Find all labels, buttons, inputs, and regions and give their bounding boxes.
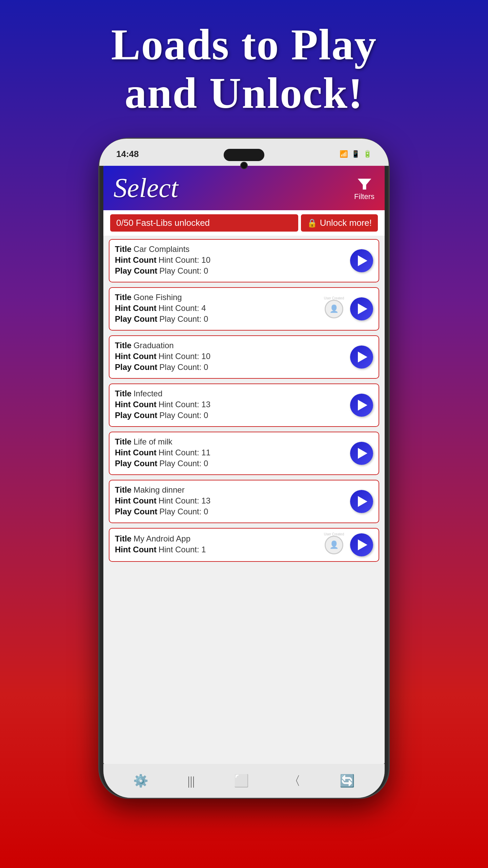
item-hint-row: Hint CountHint Count: 13 <box>115 400 347 409</box>
play-value: Play Count: 0 <box>159 362 208 372</box>
signal-icon: 📱 <box>351 150 360 158</box>
app-header: Select Filters <box>103 166 385 210</box>
filter-label: Filters <box>354 192 374 201</box>
phone-frame: 14:48 📶 📱 🔋 Select Filters 0/50 Fast-Lib… <box>98 138 390 799</box>
camera2-icon[interactable]: 🔄 <box>340 774 355 788</box>
list-item: TitleCar ComplaintsHint CountHint Count:… <box>109 239 379 282</box>
hero-title: Loads to Play and Unlock! <box>111 20 377 117</box>
hint-label: Hint Count <box>115 400 157 409</box>
item-hint-row: Hint CountHint Count: 1 <box>115 545 325 554</box>
play-triangle-icon <box>358 448 367 459</box>
user-created-badge: 👤User Created <box>325 536 343 554</box>
hint-label: Hint Count <box>115 255 157 265</box>
hint-value: Hint Count: 13 <box>159 496 210 506</box>
play-button[interactable] <box>350 346 373 369</box>
user-badge-icon: 👤 <box>325 536 343 554</box>
play-triangle-icon <box>358 303 367 314</box>
play-button[interactable] <box>350 442 373 465</box>
user-created-badge: 👤User Created <box>325 300 343 318</box>
status-time: 14:48 <box>116 149 139 159</box>
list-item: TitleMaking dinnerHint CountHint Count: … <box>109 480 379 523</box>
item-title-row: TitleMy Android App <box>115 534 325 544</box>
play-label: Play Count <box>115 507 157 516</box>
item-details: TitleLife of milkHint CountHint Count: 1… <box>115 437 347 470</box>
user-badge-icon: 👤 <box>325 300 343 318</box>
filter-icon <box>355 175 374 192</box>
item-title-row: TitleGraduation <box>115 341 347 350</box>
item-title-row: TitleMaking dinner <box>115 485 347 495</box>
title-value: My Android App <box>134 534 190 544</box>
title-value: Making dinner <box>134 485 185 495</box>
wifi-icon: 📶 <box>340 150 348 158</box>
title-label: Title <box>115 485 131 495</box>
item-details: TitleInfectedHint CountHint Count: 13Pla… <box>115 389 347 421</box>
app-title: Select <box>114 173 178 203</box>
play-button[interactable] <box>350 297 373 320</box>
play-triangle-icon <box>358 255 367 266</box>
title-label: Title <box>115 534 131 544</box>
circle-icon[interactable]: ⬜ <box>234 774 249 788</box>
chevron-icon[interactable]: 〈 <box>288 773 301 789</box>
user-created-text: User Created <box>324 532 344 536</box>
item-hint-row: Hint CountHint Count: 11 <box>115 448 347 457</box>
unlock-count-text: 0/50 Fast-Libs unlocked <box>116 218 210 228</box>
title-value: Gone Fishing <box>134 293 182 302</box>
unlock-count: 0/50 Fast-Libs unlocked <box>110 214 298 232</box>
phone-camera <box>240 162 248 169</box>
item-details: TitleMaking dinnerHint CountHint Count: … <box>115 485 347 518</box>
play-value: Play Count: 0 <box>159 507 208 516</box>
title-label: Title <box>115 389 131 398</box>
hero-title-line2: and Unlock! <box>125 68 364 117</box>
status-icons: 📶 📱 🔋 <box>340 150 372 158</box>
filter-button[interactable]: Filters <box>354 175 374 201</box>
hint-value: Hint Count: 10 <box>159 255 210 265</box>
title-label: Title <box>115 244 131 254</box>
user-created-text: User Created <box>324 296 344 300</box>
hint-value: Hint Count: 1 <box>159 545 206 554</box>
hint-value: Hint Count: 13 <box>159 400 210 409</box>
play-triangle-icon <box>358 400 367 411</box>
title-value: Car Complaints <box>134 244 189 254</box>
back-icon[interactable]: ⚙️ <box>133 774 148 788</box>
unlock-more-button[interactable]: 🔒 Unlock more! <box>301 214 378 232</box>
play-label: Play Count <box>115 411 157 420</box>
play-value: Play Count: 0 <box>159 266 208 276</box>
item-title-row: TitleCar Complaints <box>115 244 347 254</box>
item-details: TitleGone FishingHint CountHint Count: 4… <box>115 293 325 325</box>
play-button[interactable] <box>350 533 373 556</box>
play-triangle-icon <box>358 496 367 507</box>
item-title-row: TitleGone Fishing <box>115 293 325 302</box>
home-icon[interactable]: ||| <box>187 774 195 788</box>
play-value: Play Count: 0 <box>159 314 208 324</box>
hint-label: Hint Count <box>115 496 157 506</box>
item-details: TitleGraduationHint CountHint Count: 10P… <box>115 341 347 373</box>
list-item: TitleLife of milkHint CountHint Count: 1… <box>109 432 379 475</box>
play-label: Play Count <box>115 314 157 324</box>
hint-label: Hint Count <box>115 448 157 457</box>
item-play-row: Play CountPlay Count: 0 <box>115 362 347 372</box>
item-title-row: TitleLife of milk <box>115 437 347 447</box>
hero-title-line1: Loads to Play <box>111 20 377 69</box>
play-button[interactable] <box>350 490 373 513</box>
title-label: Title <box>115 293 131 302</box>
battery-icon: 🔋 <box>363 150 372 158</box>
item-hint-row: Hint CountHint Count: 10 <box>115 352 347 361</box>
item-details: TitleMy Android AppHint CountHint Count:… <box>115 534 325 556</box>
play-triangle-icon <box>358 352 367 362</box>
svg-marker-0 <box>358 179 371 190</box>
hint-value: Hint Count: 10 <box>159 352 210 361</box>
title-value: Infected <box>134 389 162 398</box>
item-play-row: Play CountPlay Count: 0 <box>115 459 347 468</box>
title-label: Title <box>115 341 131 350</box>
play-button[interactable] <box>350 394 373 417</box>
hint-label: Hint Count <box>115 303 157 313</box>
item-hint-row: Hint CountHint Count: 13 <box>115 496 347 506</box>
title-value: Life of milk <box>134 437 172 447</box>
list-item: TitleGraduationHint CountHint Count: 10P… <box>109 335 379 379</box>
list-item: TitleMy Android AppHint CountHint Count:… <box>109 528 379 562</box>
list-item: TitleGone FishingHint CountHint Count: 4… <box>109 287 379 331</box>
unlock-bar: 0/50 Fast-Libs unlocked 🔒 Unlock more! <box>103 210 385 236</box>
play-button[interactable] <box>350 249 373 272</box>
play-value: Play Count: 0 <box>159 411 208 420</box>
unlock-more-label: Unlock more! <box>320 218 372 228</box>
